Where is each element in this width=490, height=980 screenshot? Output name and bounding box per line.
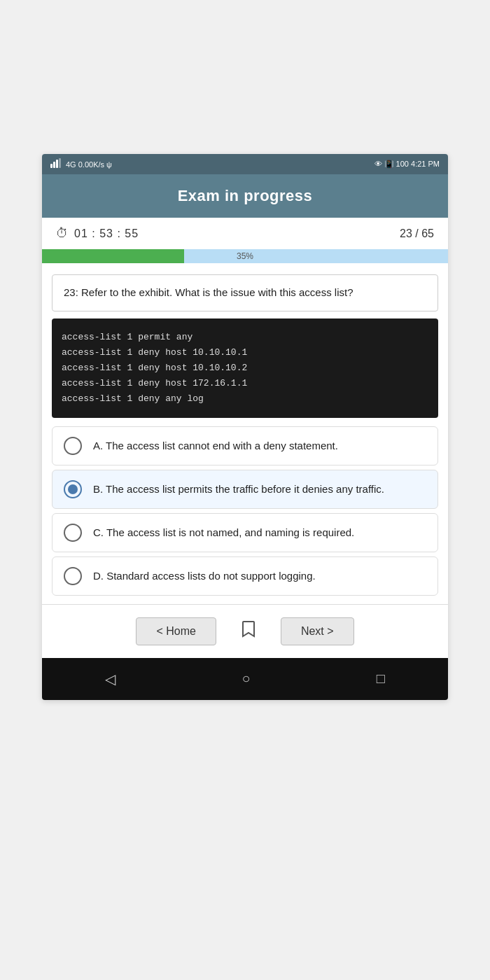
phone-screen: 4G 0.00K/s ψ 👁 📳 100 4:21 PM Exam in pro… xyxy=(42,154,448,700)
timer-display: 01 : 53 : 55 xyxy=(74,227,139,240)
progress-bar-label: 35% xyxy=(237,251,253,261)
radio-b-fill xyxy=(68,484,78,494)
answer-option-c[interactable]: C. The access list is not named, and nam… xyxy=(52,513,438,552)
answer-text-a: A. The access list cannot end with a den… xyxy=(93,438,338,454)
radio-b xyxy=(64,480,82,498)
code-line-2: access-list 1 deny host 10.10.10.1 xyxy=(62,345,428,360)
code-line-5: access-list 1 deny any log xyxy=(62,391,428,407)
answer-text-b: B. The access list permits the traffic b… xyxy=(93,482,384,498)
bottom-bar: < Home Next > xyxy=(42,604,448,658)
question-box: 23: Refer to the exhibit. What is the is… xyxy=(52,274,438,312)
timer-row: ⏱ 01 : 53 : 55 23 / 65 xyxy=(42,218,448,249)
code-line-1: access-list 1 permit any xyxy=(62,330,428,345)
svg-rect-3 xyxy=(59,158,61,168)
answer-option-d[interactable]: D. Standard access lists do not support … xyxy=(52,556,438,596)
radio-d xyxy=(64,567,82,585)
svg-rect-2 xyxy=(56,160,58,168)
status-right-text: 👁 📳 100 4:21 PM xyxy=(374,160,440,169)
home-button[interactable]: < Home xyxy=(136,617,216,645)
answer-text-c: C. The access list is not named, and nam… xyxy=(93,525,354,541)
status-left: 4G 0.00K/s ψ xyxy=(50,158,112,170)
timer-icon: ⏱ xyxy=(56,226,69,241)
next-button[interactable]: Next > xyxy=(281,617,354,645)
svg-rect-0 xyxy=(50,164,52,168)
code-block: access-list 1 permit any access-list 1 d… xyxy=(52,318,438,418)
header: Exam in progress xyxy=(42,174,448,218)
timer-left: ⏱ 01 : 53 : 55 xyxy=(56,226,139,241)
back-icon[interactable]: ◁ xyxy=(105,671,115,687)
signal-icon xyxy=(50,158,63,170)
bookmark-button[interactable] xyxy=(237,616,260,647)
phone-wrapper: 4G 0.00K/s ψ 👁 📳 100 4:21 PM Exam in pro… xyxy=(0,0,490,980)
status-bar: 4G 0.00K/s ψ 👁 📳 100 4:21 PM xyxy=(42,154,448,174)
nav-bar: ◁ ○ □ xyxy=(42,658,448,700)
status-right: 👁 📳 100 4:21 PM xyxy=(374,160,440,169)
network-speed: 4G 0.00K/s ψ xyxy=(66,160,112,169)
progress-bar-fill xyxy=(42,249,184,263)
code-line-4: access-list 1 deny host 172.16.1.1 xyxy=(62,376,428,391)
answer-text-d: D. Standard access lists do not support … xyxy=(93,568,316,584)
answer-option-b[interactable]: B. The access list permits the traffic b… xyxy=(52,470,438,509)
header-title: Exam in progress xyxy=(178,187,313,204)
recents-icon[interactable]: □ xyxy=(377,671,385,687)
question-text: 23: Refer to the exhibit. What is the is… xyxy=(64,286,354,298)
progress-count: 23 / 65 xyxy=(400,227,434,240)
home-icon[interactable]: ○ xyxy=(241,671,250,687)
progress-bar-container: 35% xyxy=(42,249,448,263)
code-line-3: access-list 1 deny host 10.10.10.2 xyxy=(62,360,428,376)
radio-c xyxy=(64,524,82,542)
svg-rect-1 xyxy=(53,162,55,168)
radio-a xyxy=(64,437,82,455)
answer-option-a[interactable]: A. The access list cannot end with a den… xyxy=(52,426,438,465)
